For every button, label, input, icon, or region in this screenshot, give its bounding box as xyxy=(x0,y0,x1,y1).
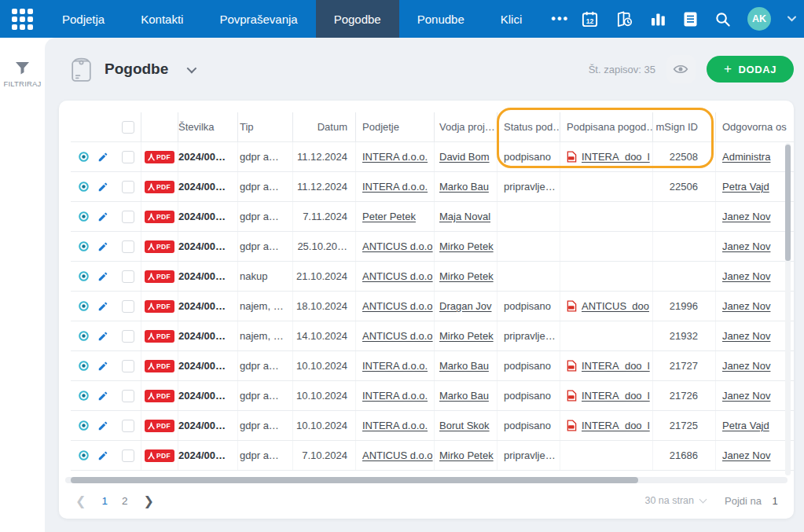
odgovorna-link[interactable]: Janez Nov xyxy=(722,211,770,222)
pdf-badge[interactable]: PDF xyxy=(145,390,174,402)
more-tabs-icon[interactable]: ••• xyxy=(540,0,580,38)
table-row[interactable]: PDF2024/00…gdpr a…7.11.2024Peter PetekMa… xyxy=(71,202,794,232)
vodja-link[interactable]: Mirko Petek xyxy=(439,270,494,282)
edit-record-button[interactable] xyxy=(97,152,108,163)
table-row[interactable]: PDF2024/00…najem, …14.10.2024ANTICUS d.o… xyxy=(71,321,794,351)
pdf-badge[interactable]: PDF xyxy=(145,270,174,283)
app-grid-icon[interactable] xyxy=(0,0,44,38)
odgovorna-link[interactable]: Administra xyxy=(722,151,770,163)
vodja-link[interactable]: Maja Noval xyxy=(439,211,490,222)
vodja-link[interactable]: Marko Bau xyxy=(439,390,489,402)
pdf-badge[interactable]: PDF xyxy=(145,300,174,313)
edit-record-button[interactable] xyxy=(97,241,108,252)
podjetje-link[interactable]: INTERA d.o.o. xyxy=(362,420,428,431)
row-checkbox[interactable] xyxy=(122,240,134,253)
table-row[interactable]: PDF2024/00…najem, …18.10.2024ANTICUS d.o… xyxy=(71,292,794,321)
row-checkbox[interactable] xyxy=(122,330,134,343)
column-header-status[interactable]: Status pod… xyxy=(497,112,560,141)
tab-ponudbe[interactable]: Ponudbe xyxy=(399,0,483,38)
vertical-scrollbar-thumb[interactable] xyxy=(785,145,791,261)
edit-record-button[interactable] xyxy=(97,420,108,431)
tab-povpraevanja[interactable]: Povpraševanja xyxy=(201,0,315,38)
next-page-button[interactable]: ❯ xyxy=(138,493,158,508)
edit-record-button[interactable] xyxy=(97,182,108,193)
view-record-button[interactable] xyxy=(77,360,90,372)
activity-history-icon[interactable] xyxy=(615,10,633,28)
prev-page-button[interactable]: ❮ xyxy=(71,493,90,508)
podjetje-link[interactable]: INTERA d.o.o. xyxy=(362,360,428,372)
edit-record-button[interactable] xyxy=(97,211,108,222)
podjetje-link[interactable]: Peter Petek xyxy=(362,211,416,222)
odgovorna-link[interactable]: Janez Nov xyxy=(722,300,770,312)
pdf-badge[interactable]: PDF xyxy=(145,330,174,343)
podjetje-link[interactable]: ANTICUS d.o.o xyxy=(362,240,433,252)
view-record-button[interactable] xyxy=(77,330,90,342)
vodja-link[interactable]: Dragan Jov xyxy=(439,300,491,312)
edit-record-button[interactable] xyxy=(97,331,108,342)
podjetje-link[interactable]: ANTICUS d.o.o xyxy=(362,330,433,342)
view-record-button[interactable] xyxy=(77,240,90,252)
column-visibility-button[interactable] xyxy=(666,55,696,83)
table-row[interactable]: PDF2024/00…gdpr a…25.10.20…ANTICUS d.o.o… xyxy=(71,232,794,262)
edit-record-button[interactable] xyxy=(97,391,108,402)
pdf-badge[interactable]: PDF xyxy=(145,360,174,372)
view-record-button[interactable] xyxy=(77,270,90,282)
column-header-tip[interactable]: Tip xyxy=(238,112,293,141)
podjetje-link[interactable]: INTERA d.o.o. xyxy=(362,151,428,163)
table-row[interactable]: PDF2024/00…gdpr a…10.10.2024INTERA d.o.o… xyxy=(71,411,794,441)
vodja-link[interactable]: Mirko Petek xyxy=(439,330,494,342)
table-row[interactable]: PDF2024/00…gdpr a…10.10.2024INTERA d.o.o… xyxy=(71,351,794,381)
view-record-button[interactable] xyxy=(77,300,90,312)
row-checkbox[interactable] xyxy=(122,151,134,163)
filter-button[interactable]: FILTRIRAJ xyxy=(0,61,45,88)
signed-contract-link[interactable]: INTERA_doo_l xyxy=(582,390,650,402)
per-page-select[interactable]: 30 na stran xyxy=(644,495,706,506)
column-header-vodja[interactable]: Vodja proj… xyxy=(435,112,497,141)
tab-klici[interactable]: Klici xyxy=(483,0,541,38)
row-checkbox[interactable] xyxy=(122,300,134,313)
add-button[interactable]: + DODAJ xyxy=(707,56,794,83)
tab-kontakti[interactable]: Kontakti xyxy=(123,0,201,38)
row-checkbox[interactable] xyxy=(122,211,134,223)
edit-record-button[interactable] xyxy=(97,301,108,312)
view-record-button[interactable] xyxy=(77,151,90,163)
view-record-button[interactable] xyxy=(77,420,90,431)
column-header-odgovorna[interactable]: Odgovorna os xyxy=(716,112,794,141)
vodja-link[interactable]: Marko Bau xyxy=(439,181,489,193)
view-record-button[interactable] xyxy=(77,211,90,222)
user-menu-chevron-icon[interactable] xyxy=(787,16,796,22)
calendar-icon[interactable]: 12 xyxy=(581,10,599,28)
pdf-badge[interactable]: PDF xyxy=(145,449,174,462)
row-checkbox[interactable] xyxy=(122,360,134,372)
view-selector-chevron-icon[interactable] xyxy=(187,63,197,73)
table-row[interactable]: PDF2024/00…gdpr a…7.10.2024ANTICUS d.o.o… xyxy=(71,441,794,471)
column-header-podpisana[interactable]: Podpisana pogod… xyxy=(560,112,653,141)
documents-icon[interactable] xyxy=(683,11,698,28)
row-checkbox[interactable] xyxy=(122,449,134,462)
pdf-badge[interactable]: PDF xyxy=(145,240,174,253)
search-icon[interactable] xyxy=(714,11,731,28)
odgovorna-link[interactable]: Janez Nov xyxy=(722,390,770,402)
view-record-button[interactable] xyxy=(77,390,90,402)
odgovorna-link[interactable]: Petra Vajd xyxy=(722,181,769,193)
podjetje-link[interactable]: INTERA d.o.o. xyxy=(362,390,428,402)
table-row[interactable]: PDF2024/00…gdpr a…11.12.2024INTERA d.o.o… xyxy=(71,142,794,172)
odgovorna-link[interactable]: Janez Nov xyxy=(722,270,770,282)
column-header-datum[interactable]: Datum xyxy=(293,112,356,141)
row-checkbox[interactable] xyxy=(122,181,134,193)
vodja-link[interactable]: David Bom xyxy=(439,151,490,163)
signed-contract-link[interactable]: ANTICUS_doo xyxy=(582,300,649,312)
pdf-badge[interactable]: PDF xyxy=(145,211,174,223)
vodja-link[interactable]: Mirko Petek xyxy=(439,240,494,252)
signed-contract-link[interactable]: INTERA_doo_l xyxy=(582,420,650,431)
edit-record-button[interactable] xyxy=(97,361,108,372)
edit-record-button[interactable] xyxy=(97,271,108,282)
tab-podjetja[interactable]: Podjetja xyxy=(44,0,123,38)
pdf-badge[interactable]: PDF xyxy=(145,420,174,432)
signed-contract-link[interactable]: INTERA_doo_l xyxy=(582,151,650,163)
reports-chart-icon[interactable] xyxy=(650,11,666,28)
column-header-num[interactable]: Številka xyxy=(178,112,238,141)
pdf-badge[interactable]: PDF xyxy=(145,181,174,193)
select-all-checkbox[interactable] xyxy=(122,121,134,134)
row-checkbox[interactable] xyxy=(122,270,134,283)
